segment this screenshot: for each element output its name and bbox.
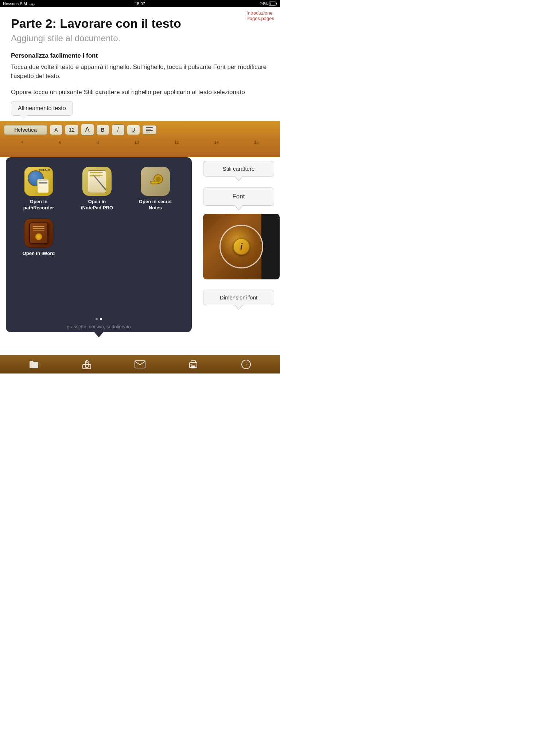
share-icon <box>82 359 92 369</box>
open-in-inotepad-button[interactable]: Open iniNotePad PRO <box>68 163 126 215</box>
key-svg <box>147 174 164 189</box>
svg-rect-10 <box>152 183 154 186</box>
svg-rect-1 <box>276 3 277 5</box>
book-cover <box>29 222 48 244</box>
iword-icon <box>24 218 53 248</box>
inotepad-icon-img <box>82 167 112 196</box>
underline-button[interactable]: U <box>127 125 140 135</box>
document-subtitle: Aggiungi stile al documento. <box>11 33 269 43</box>
pathrecorder-icon-img: COME BACK <box>25 167 52 196</box>
ruler-mark-6: 6 <box>59 140 61 144</box>
open-in-pathrecorder-button[interactable]: COME BACK Open inpathRecorder <box>9 163 68 215</box>
status-bar: Nessuna SIM 15:07 24% <box>0 0 280 7</box>
print-icon <box>188 360 198 369</box>
document-content: Parte 2: Lavorare con il testo Aggiungi … <box>0 7 280 116</box>
iword-icon-img <box>24 218 53 248</box>
wifi-icon <box>29 1 35 6</box>
document-title: Parte 2: Lavorare con il testo <box>11 16 269 31</box>
page-dots <box>9 318 188 322</box>
ruler-numbers: 4 6 8 10 12 14 16 <box>0 140 280 144</box>
dimensioni-font-container: Dimensioni font <box>203 290 274 305</box>
book-content <box>30 223 47 243</box>
dimensioni-font-tooltip: Dimensioni font <box>203 290 274 305</box>
carrier-label: Nessuna SIM <box>3 1 27 6</box>
mail-icon <box>135 360 145 368</box>
secretnotes-label: Open in secretNotes <box>139 199 172 211</box>
ruler-mark-14: 14 <box>214 140 219 144</box>
allineamento-label: Allineamento testo <box>18 105 66 111</box>
print-button[interactable] <box>188 359 199 370</box>
svg-rect-5 <box>146 130 153 131</box>
info-circle: i <box>233 238 250 255</box>
below-ruler-area: Stili carattere Font <box>0 157 280 340</box>
mail-button[interactable] <box>135 359 145 370</box>
folder-button[interactable] <box>28 359 39 370</box>
main-content: Introduzione Pages.pages Parte 2: Lavora… <box>0 7 280 355</box>
svg-rect-16 <box>191 365 195 368</box>
info-i: i <box>240 241 243 252</box>
ruler-area: Helvetica A 12 A B I U 4 6 <box>0 121 280 157</box>
bold-button[interactable]: B <box>96 125 109 135</box>
italic-button[interactable]: I <box>112 124 125 135</box>
svg-rect-9 <box>150 181 159 183</box>
secretnotes-icon <box>141 167 170 196</box>
svg-rect-4 <box>146 129 151 129</box>
right-tooltips-container: Stili carattere Font <box>203 161 274 305</box>
status-right: 24% <box>260 1 277 6</box>
panel-spacer <box>9 260 188 314</box>
bottom-text-label: grassetto, corsivo, sottolineato <box>67 324 131 329</box>
font-size-number[interactable]: 12 <box>65 125 79 135</box>
page-dot-1 <box>96 318 98 320</box>
status-left: Nessuna SIM <box>3 1 35 6</box>
svg-point-8 <box>156 177 161 182</box>
svg-point-17 <box>190 364 191 365</box>
align-button[interactable] <box>142 125 157 135</box>
pathrecorder-icon: COME BACK <box>24 167 53 196</box>
align-icon <box>146 127 153 132</box>
ruler-toolbar: Helvetica A 12 A B I U <box>0 121 280 139</box>
inotepad-label: Open iniNotePad PRO <box>81 199 113 211</box>
app-icons-grid: COME BACK Open inpathRecorder <box>9 163 188 260</box>
font-size-small-button[interactable]: A <box>50 125 63 135</box>
stili-carattere-tooltip: Stili carattere <box>203 161 274 177</box>
allineamento-tooltip: Allineamento testo <box>11 101 73 116</box>
ruler-mark-16: 16 <box>254 140 258 144</box>
svg-text:i: i <box>245 362 247 367</box>
share-button[interactable] <box>81 359 92 370</box>
ruler-mark-8: 8 <box>97 140 99 144</box>
svg-rect-2 <box>270 3 271 5</box>
dimensioni-font-label: Dimensioni font <box>220 294 257 301</box>
top-link[interactable]: Introduzione Pages.pages <box>246 10 274 21</box>
ruler-mark-12: 12 <box>174 140 179 144</box>
svg-rect-6 <box>146 132 150 132</box>
font-size-large-button[interactable]: A <box>81 124 94 136</box>
svg-rect-3 <box>146 127 153 128</box>
note-paper <box>37 179 49 193</box>
battery-icon <box>269 1 277 6</box>
stili-carattere-container: Stili carattere <box>203 161 274 177</box>
font-tooltip: Font <box>203 187 274 206</box>
info-icon: i <box>241 360 251 369</box>
section-heading: Personalizza facilmente i font <box>11 52 269 59</box>
info-button[interactable]: i <box>241 359 252 370</box>
page-dot-2 <box>100 318 102 320</box>
open-in-secretnotes-button[interactable]: Open in secretNotes <box>126 163 184 215</box>
folder-icon <box>29 360 39 369</box>
open-in-iword-button[interactable]: Open in iWord <box>9 215 68 260</box>
note-bg <box>88 170 106 193</box>
ruler-mark-10: 10 <box>135 140 139 144</box>
font-tooltip-container: Font <box>203 187 274 206</box>
black-side <box>261 214 280 279</box>
inotepad-icon <box>82 167 112 196</box>
magnifier-circle: i <box>219 225 263 268</box>
font-size-label: 12 <box>69 127 75 133</box>
font-name-label: Helvetica <box>14 127 36 133</box>
bottom-text: grassetto, corsivo, sottolineato <box>9 322 188 332</box>
svg-rect-11 <box>155 183 157 185</box>
svg-rect-13 <box>83 364 91 369</box>
battery-label: 24% <box>260 1 268 6</box>
bottom-toolbar: i <box>0 355 280 374</box>
secretnotes-icon-img <box>141 167 170 196</box>
pathrecorder-label: Open inpathRecorder <box>23 199 54 211</box>
font-name-button[interactable]: Helvetica <box>4 125 47 135</box>
